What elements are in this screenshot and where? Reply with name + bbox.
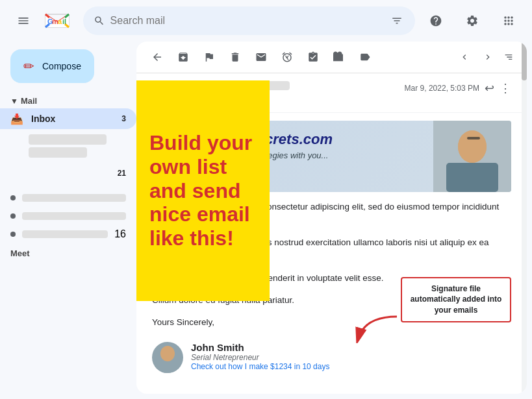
compose-label: Compose — [42, 61, 81, 71]
sig-name: John Smith — [191, 342, 329, 353]
overlay-text: Build your own list and send nice email … — [149, 131, 257, 250]
email-toolbar — [136, 42, 527, 73]
header-icons — [423, 8, 522, 34]
yellow-overlay: Build your own list and send nice email … — [136, 80, 270, 301]
svg-point-9 — [160, 346, 175, 361]
help-button[interactable] — [423, 8, 449, 34]
signature-area: John Smith Serial Netrepreneur Check out… — [136, 337, 527, 383]
svg-text:il: il — [62, 18, 66, 25]
move-button[interactable] — [329, 47, 349, 67]
banner-person-svg — [440, 124, 505, 192]
reply-icon[interactable]: ↩ — [485, 81, 494, 95]
mail-section-label: ▼ Mail — [0, 93, 136, 108]
sidebar-dot-item-3[interactable]: 16 — [0, 225, 136, 243]
inbox-badge: 3 — [121, 114, 126, 123]
badge-16: 16 — [114, 228, 126, 240]
meet-section: Meet — [0, 243, 136, 263]
nav-arrows — [454, 47, 516, 67]
delete-button[interactable] — [225, 47, 246, 67]
compose-button[interactable]: ✏ Compose — [10, 49, 94, 83]
email-panel: to me ▾ Mar 9, 2022, 5:03 PM ↩ ⋮ MyBestK… — [136, 42, 527, 394]
gmail-logo: G m a il — [44, 12, 70, 30]
settings-button[interactable] — [459, 8, 485, 34]
dot-icon-2 — [10, 213, 16, 219]
snooze-button[interactable] — [277, 47, 298, 67]
apps-button[interactable] — [496, 8, 522, 34]
back-button[interactable] — [147, 47, 168, 67]
sidebar-item-inbox[interactable]: 📥 Inbox 3 — [0, 108, 136, 129]
dot-icon-3 — [10, 232, 16, 237]
archive-button[interactable] — [173, 47, 194, 67]
sidebar: ✏ Compose ▼ Mail 📥 Inbox 3 21 — [0, 42, 136, 399]
svg-rect-6 — [446, 163, 498, 192]
inbox-icon: 📥 — [10, 113, 23, 125]
email-meta: Mar 9, 2022, 5:03 PM ↩ ⋮ — [405, 81, 511, 95]
search-filter-icon[interactable] — [388, 12, 405, 30]
app-header: G m a il — [0, 0, 532, 42]
task-button[interactable] — [303, 47, 323, 67]
sig-avatar-img — [152, 342, 183, 373]
email-date: Mar 9, 2022, 5:03 PM — [405, 84, 479, 93]
scrollbar-thumb[interactable] — [522, 42, 527, 80]
report-button[interactable] — [199, 47, 220, 67]
svg-rect-10 — [155, 363, 181, 373]
sig-avatar — [152, 342, 183, 373]
search-bar[interactable] — [83, 6, 415, 35]
compose-icon: ✏ — [23, 58, 34, 74]
sig-title: Serial Netrepreneur — [191, 353, 329, 362]
mail-button[interactable] — [251, 47, 272, 67]
sidebar-dot-item-1[interactable] — [0, 189, 136, 207]
annotation-box: Signature file automatically added into … — [401, 277, 511, 322]
sidebar-dot-item-2[interactable] — [0, 207, 136, 225]
prev-email-button[interactable] — [454, 47, 475, 67]
more-options-icon[interactable]: ⋮ — [500, 81, 511, 95]
search-icon — [94, 14, 105, 27]
sig-link[interactable]: Check out how I make $1234 in 10 days — [191, 362, 329, 371]
dot-icon-1 — [10, 195, 16, 200]
next-email-button[interactable] — [477, 47, 498, 67]
banner-photo — [433, 121, 511, 192]
annotation-arrow — [351, 313, 403, 348]
annotation-text: Signature file automatically added into … — [411, 284, 502, 315]
hamburger-menu[interactable] — [10, 8, 36, 34]
svg-point-7 — [458, 130, 487, 163]
badge-21: 21 — [118, 169, 126, 178]
sidebar-item-21[interactable]: 21 — [0, 163, 136, 184]
view-options-button[interactable] — [501, 47, 516, 67]
sig-info: John Smith Serial Netrepreneur Check out… — [191, 342, 329, 371]
svg-text:a: a — [58, 18, 62, 25]
main-layout: ✏ Compose ▼ Mail 📥 Inbox 3 21 — [0, 42, 532, 399]
svg-rect-8 — [467, 137, 480, 139]
label-button[interactable] — [355, 47, 375, 67]
search-input[interactable] — [110, 15, 384, 27]
scrollbar-track[interactable] — [522, 42, 527, 394]
